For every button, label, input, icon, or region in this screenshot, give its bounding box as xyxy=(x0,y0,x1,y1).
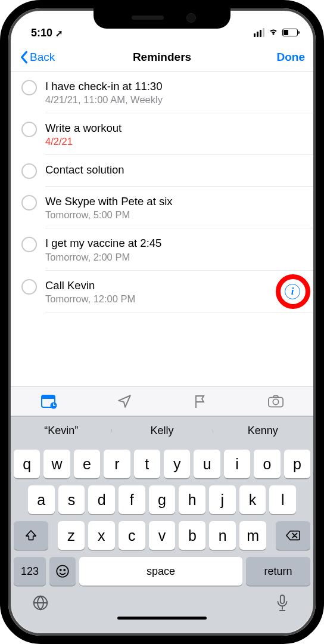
reminder-title: I have check-in at 11:30 xyxy=(45,79,303,93)
wifi-icon xyxy=(268,26,279,39)
reminder-subtitle: 4/2/21 xyxy=(45,136,303,147)
completion-radio[interactable] xyxy=(21,237,37,252)
key-p[interactable]: p xyxy=(284,450,310,478)
key-g[interactable]: g xyxy=(149,485,176,514)
key-x[interactable]: x xyxy=(88,521,115,550)
completion-radio[interactable] xyxy=(21,122,37,137)
reminder-row[interactable]: Call KevinTomorrow, 12:00 PMi xyxy=(11,271,313,312)
toolbar-flag-icon[interactable] xyxy=(192,393,208,410)
key-s[interactable]: s xyxy=(58,485,85,514)
reminder-subtitle: 4/21/21, 11:00 AM, Weekly xyxy=(45,94,303,106)
svg-point-7 xyxy=(64,569,65,571)
key-o[interactable]: o xyxy=(254,450,280,478)
svg-rect-9 xyxy=(281,595,284,603)
quicktype-bar: “Kevin” Kelly Kenny xyxy=(11,416,313,445)
completion-radio[interactable] xyxy=(21,80,37,95)
key-t[interactable]: t xyxy=(134,450,160,478)
suggestion-1[interactable]: “Kevin” xyxy=(11,425,111,437)
back-button[interactable]: Back xyxy=(19,51,55,64)
key-l[interactable]: l xyxy=(269,485,296,514)
reminder-title: Call Kevin xyxy=(45,278,303,292)
svg-point-4 xyxy=(273,399,278,404)
cellular-signal-icon xyxy=(254,28,264,37)
chevron-left-icon xyxy=(19,51,29,64)
suggestion-3[interactable]: Kenny xyxy=(213,425,313,437)
key-r[interactable]: r xyxy=(104,450,130,478)
toolbar-location-icon[interactable] xyxy=(116,393,133,410)
completion-radio[interactable] xyxy=(21,163,37,179)
editing-toolbar xyxy=(11,386,313,416)
reminders-list: I have check-in at 11:304/21/21, 11:00 A… xyxy=(11,72,313,386)
key-z[interactable]: z xyxy=(58,521,85,550)
key-m[interactable]: m xyxy=(239,521,266,550)
key-h[interactable]: h xyxy=(179,485,205,514)
toolbar-calendar-icon[interactable] xyxy=(40,393,57,410)
reminder-row[interactable]: I have check-in at 11:304/21/21, 11:00 A… xyxy=(11,72,313,113)
number-key[interactable]: 123 xyxy=(14,557,46,586)
reminder-subtitle: Tomorrow, 12:00 PM xyxy=(45,293,303,305)
svg-point-6 xyxy=(60,569,61,571)
delete-key[interactable] xyxy=(276,521,310,550)
key-q[interactable]: q xyxy=(14,450,40,478)
key-f[interactable]: f xyxy=(119,485,145,514)
shift-key[interactable] xyxy=(14,521,48,550)
svg-rect-1 xyxy=(42,395,55,399)
done-button[interactable]: Done xyxy=(277,51,306,64)
key-y[interactable]: y xyxy=(164,450,190,478)
reminder-row[interactable]: I get my vaccine at 2:45Tomorrow, 2:00 P… xyxy=(11,228,313,270)
reminder-title: I get my vaccine at 2:45 xyxy=(45,236,303,250)
reminder-row[interactable]: Write a workout4/2/21 xyxy=(11,113,313,155)
key-k[interactable]: k xyxy=(239,485,266,514)
globe-icon[interactable] xyxy=(32,594,49,612)
volume-up-button xyxy=(0,137,4,174)
key-v[interactable]: v xyxy=(149,521,176,550)
nav-bar: Back Reminders Done xyxy=(11,43,313,72)
key-n[interactable]: n xyxy=(209,521,236,550)
back-label: Back xyxy=(30,51,55,64)
completion-radio[interactable] xyxy=(21,195,37,210)
reminder-row[interactable]: We Skype with Pete at sixTomorrow, 5:00 … xyxy=(11,187,313,228)
key-b[interactable]: b xyxy=(179,521,205,550)
battery-icon xyxy=(282,29,298,36)
return-key[interactable]: return xyxy=(246,557,310,586)
key-d[interactable]: d xyxy=(88,485,115,514)
device-notch xyxy=(94,8,230,29)
space-key[interactable]: space xyxy=(79,557,242,586)
reminder-title: Write a workout xyxy=(45,121,303,135)
keyboard: qwertyuiop asdfghjkl zxcvbnm 123 space r… xyxy=(11,445,313,633)
key-e[interactable]: e xyxy=(74,450,100,478)
page-title: Reminders xyxy=(11,51,313,64)
key-j[interactable]: j xyxy=(209,485,236,514)
volume-down-button xyxy=(0,185,4,222)
power-button xyxy=(320,149,324,206)
svg-point-5 xyxy=(57,565,68,577)
completion-radio[interactable] xyxy=(21,279,37,295)
key-c[interactable]: c xyxy=(119,521,145,550)
key-u[interactable]: u xyxy=(194,450,220,478)
suggestion-2[interactable]: Kelly xyxy=(111,425,212,437)
toolbar-camera-icon[interactable] xyxy=(267,393,284,410)
key-i[interactable]: i xyxy=(224,450,250,478)
reminder-title: Contact solution xyxy=(45,163,303,177)
mute-switch xyxy=(0,101,4,122)
reminder-subtitle: Tomorrow, 5:00 PM xyxy=(45,209,303,221)
status-time: 5:10 ➚ xyxy=(31,27,63,39)
key-a[interactable]: a xyxy=(28,485,55,514)
reminder-row[interactable]: Contact solution xyxy=(11,155,313,187)
info-button[interactable]: i xyxy=(285,284,300,299)
reminder-title: We Skype with Pete at six xyxy=(45,194,303,208)
key-w[interactable]: w xyxy=(43,450,70,478)
home-indicator[interactable] xyxy=(14,613,310,628)
reminder-subtitle: Tomorrow, 2:00 PM xyxy=(45,252,303,263)
emoji-key[interactable] xyxy=(49,557,76,586)
dictation-icon[interactable] xyxy=(275,594,292,612)
